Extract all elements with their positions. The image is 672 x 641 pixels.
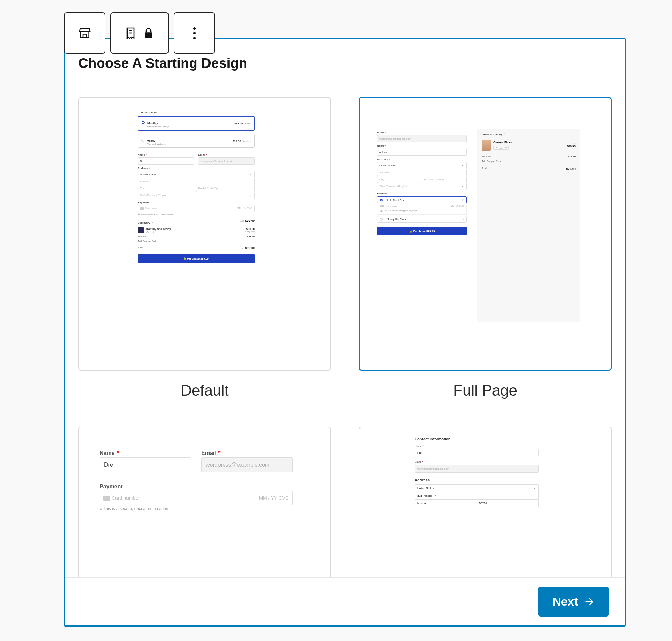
svg-rect-2 — [145, 32, 152, 38]
design-card-fullpage: Email* wordpress@example.com Name* admin… — [359, 97, 612, 399]
more-vertical-icon — [193, 27, 196, 39]
panel-title: Choose A Starting Design — [78, 55, 612, 71]
design-thumb-simple[interactable]: Name * Dre Email * wordpress@example.com… — [78, 427, 331, 580]
design-label-fullpage: Full Page — [453, 382, 517, 399]
next-button-label: Next — [552, 595, 578, 608]
design-thumb-contact[interactable]: Contact Information Name* Dre Email* wor… — [359, 427, 612, 580]
receipt-icon — [124, 26, 138, 40]
design-card-simple: Name * Dre Email * wordpress@example.com… — [78, 427, 331, 580]
lock-icon — [142, 26, 155, 40]
thumb-default-content: Choose A Plan MonthlyGet started with mo… — [138, 109, 255, 263]
block-type-button[interactable] — [64, 12, 105, 54]
design-thumb-default[interactable]: Choose A Plan MonthlyGet started with mo… — [78, 97, 331, 371]
thumb-simple-content: Name * Dre Email * wordpress@example.com… — [100, 448, 293, 511]
design-card-contact: Contact Information Name* Dre Email* wor… — [359, 427, 612, 580]
block-toolbar — [64, 12, 215, 54]
app-top-border — [0, 0, 672, 0]
panel-footer: Next — [65, 577, 625, 625]
storefront-icon — [78, 26, 92, 40]
plan-monthly: MonthlyGet started with montly. $99.00 /… — [138, 116, 255, 131]
design-card-default: Choose A Plan MonthlyGet started with mo… — [78, 97, 331, 399]
form-settings-button[interactable] — [110, 12, 169, 54]
arrow-right-icon — [584, 597, 594, 607]
thumb-contact-content: Contact Information Name* Dre Email* wor… — [415, 437, 539, 507]
design-label-default: Default — [181, 382, 228, 399]
thumb-fullpage-content: Email* wordpress@example.com Name* admin… — [377, 129, 580, 322]
more-options-button[interactable] — [174, 12, 215, 54]
next-button[interactable]: Next — [538, 587, 609, 617]
designs-grid: Choose A Plan MonthlyGet started with mo… — [65, 83, 625, 580]
design-thumb-fullpage[interactable]: Email* wordpress@example.com Name* admin… — [359, 97, 612, 371]
design-chooser-panel: Choose A Starting Design Choose A Plan M… — [64, 38, 626, 627]
plan-yearly: YearlyPay yearly and save! $19.00 / mont… — [138, 134, 255, 148]
